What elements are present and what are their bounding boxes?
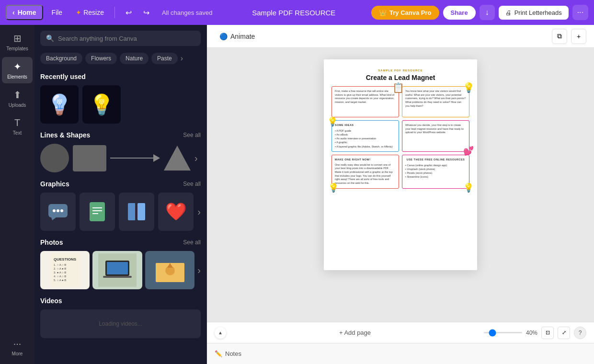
- home-label: Home: [18, 9, 36, 16]
- chip-background[interactable]: Background: [40, 53, 82, 64]
- doc-box-2-text: You know best what your site visitors wo…: [405, 90, 466, 108]
- animate-button[interactable]: 🔵 Animate: [215, 30, 260, 43]
- chip-nature[interactable]: Nature: [120, 53, 148, 64]
- graphics-see-all[interactable]: See all: [183, 181, 201, 187]
- videos-section: Videos Loading videos...: [34, 293, 206, 342]
- chips-more-button[interactable]: ›: [181, 53, 183, 64]
- sidebar-item-elements[interactable]: ✦ Elements: [2, 57, 33, 83]
- try-pro-label: Try Canva Pro: [389, 9, 431, 16]
- sidebar-item-text[interactable]: T Text: [2, 114, 33, 139]
- photo-item-1[interactable]: QUESTIONS 1. ○ A ○ B 2. ○ A ● B 3. ● A ○…: [40, 251, 90, 289]
- arrow-head: [153, 154, 160, 162]
- resize-icon: ✦: [76, 9, 81, 16]
- search-input[interactable]: [58, 35, 195, 42]
- shape-triangle[interactable]: [164, 146, 191, 171]
- graphics-more-button[interactable]: ›: [197, 193, 201, 231]
- doc-box-6-items: • Canva (online graphic design app) • Un…: [405, 163, 466, 179]
- sidebar-item-more[interactable]: ··· More: [2, 334, 33, 360]
- zoom-slider[interactable]: [484, 332, 522, 333]
- shape-rectangle[interactable]: [73, 145, 106, 171]
- doc-box-5-title: MAKE ONE RIGHT NOW!: [335, 158, 396, 162]
- crown-icon: 👑: [379, 9, 387, 16]
- sidebar-more-label: More: [12, 351, 23, 356]
- lines-shapes-header: Lines & Shapes See all: [40, 131, 201, 139]
- search-input-wrap: 🔍: [40, 31, 201, 46]
- recently-used-grid: 💡 💡: [40, 85, 201, 124]
- doc-box-4[interactable]: 💕 Whatever you decide, your first step i…: [402, 120, 469, 152]
- print-button[interactable]: 🖨 Print Letterheads: [499, 6, 569, 20]
- notes-bar: ✏️ Notes: [207, 343, 594, 364]
- doc-box-6[interactable]: 💡 USE THESE FREE ONLINE RESOURCES • Canv…: [402, 155, 469, 189]
- doc-icon-5: 💡: [328, 182, 339, 194]
- animate-bar: 🔵 Animate ⧉ +: [207, 25, 594, 48]
- more-icon: ···: [13, 338, 22, 349]
- sidebar-item-templates[interactable]: ⊞ Templates: [2, 29, 33, 55]
- graphic-item-2[interactable]: [80, 193, 115, 231]
- home-button[interactable]: ‹ Home: [6, 5, 43, 20]
- sidebar-item-uploads[interactable]: ⬆ Uploads: [2, 85, 33, 112]
- photos-more-button[interactable]: ›: [197, 251, 201, 289]
- redo-button[interactable]: ↪: [138, 5, 154, 20]
- photos-section: Photos See all QUESTIONS 1. ○ A ○ B 2. ○…: [34, 235, 206, 293]
- divider: [114, 7, 115, 18]
- recently-used-section: Recently used 💡 💡: [34, 69, 206, 127]
- doc-box-3[interactable]: 💡 SOME IDEAS • A PDF guide • An eBook • …: [331, 120, 399, 152]
- photo-item-3[interactable]: [145, 251, 194, 289]
- recently-item-1[interactable]: 💡: [40, 85, 79, 124]
- chip-paste[interactable]: Paste: [151, 53, 178, 64]
- saved-status: All changes saved: [162, 9, 213, 16]
- file-button[interactable]: File: [47, 6, 68, 19]
- resize-button[interactable]: ✦ Resize: [71, 6, 109, 19]
- doc-box-2[interactable]: 💡 You know best what your site visitors …: [402, 86, 469, 117]
- canvas-scroll[interactable]: SAMPLE PDF RESOURCE Create a Lead Magnet…: [207, 48, 594, 322]
- doc-box-6-title: USE THESE FREE ONLINE RESOURCES: [405, 158, 466, 162]
- shapes-more-button[interactable]: ›: [194, 153, 198, 164]
- graphic-item-4[interactable]: ❤️: [158, 193, 194, 231]
- zoom-percentage: 40%: [526, 330, 537, 336]
- shape-arrow[interactable]: [110, 154, 160, 162]
- canvas-area: 🔵 Animate ⧉ + SAMPLE PDF RESOURCE Create…: [207, 25, 594, 364]
- undo-button[interactable]: ↩: [121, 5, 137, 20]
- page-icon[interactable]: ⊡: [541, 327, 554, 339]
- doc-box-4-text: Whatever you decide, your first step is …: [405, 124, 466, 135]
- svg-rect-9: [128, 203, 136, 220]
- arrow-bar: [110, 158, 153, 159]
- graphics-header: Graphics See all: [40, 180, 201, 188]
- photo-item-2[interactable]: [92, 251, 142, 289]
- share-button[interactable]: Share: [443, 6, 476, 20]
- canvas-tools: ⧉ +: [552, 29, 586, 44]
- svg-text:3. ● A ○ B: 3. ● A ○ B: [54, 271, 66, 274]
- help-button[interactable]: ?: [574, 327, 586, 339]
- arrow-line: [110, 154, 160, 162]
- svg-point-2: [57, 209, 59, 212]
- notes-button[interactable]: ✏️ Notes: [215, 350, 241, 357]
- graphic-item-3[interactable]: [119, 193, 154, 231]
- try-pro-button[interactable]: 👑 Try Canva Pro: [371, 6, 439, 20]
- svg-point-3: [60, 209, 63, 212]
- sidebar-icons: ⊞ Templates ✦ Elements ⬆ Uploads T Text …: [0, 25, 34, 364]
- document-lines-icon: [87, 201, 108, 222]
- add-page-button[interactable]: + Add page: [231, 326, 479, 339]
- duplicate-tool-button[interactable]: ⧉: [552, 29, 567, 44]
- book-icon: [126, 201, 147, 222]
- svg-rect-22: [103, 276, 132, 278]
- download-button[interactable]: ↓: [480, 5, 495, 20]
- chip-flowers[interactable]: Flowers: [85, 53, 117, 64]
- chat-bubble-icon: [47, 203, 69, 220]
- page-nav-up[interactable]: ▲: [215, 327, 226, 339]
- lines-shapes-see-all[interactable]: See all: [183, 132, 201, 138]
- doc-box-3-title: SOME IDEAS: [335, 124, 396, 127]
- more-options-button[interactable]: ···: [572, 5, 588, 20]
- graphic-item-1[interactable]: [40, 193, 76, 231]
- recently-used-header: Recently used: [40, 73, 201, 80]
- photos-see-all[interactable]: See all: [183, 239, 201, 246]
- add-element-tool-button[interactable]: +: [571, 29, 586, 44]
- recently-item-2[interactable]: 💡: [82, 85, 121, 124]
- doc-box-1[interactable]: 📋 First, make a free resource that will …: [331, 86, 399, 117]
- expand-icon[interactable]: ⤢: [558, 327, 570, 339]
- shape-circle[interactable]: [40, 144, 69, 172]
- sidebar-elements-label: Elements: [7, 74, 27, 80]
- doc-box-5[interactable]: 💡 MAKE ONE RIGHT NOW! One really easy id…: [331, 155, 399, 189]
- svg-rect-5: [90, 202, 105, 221]
- share-label: Share: [451, 9, 468, 16]
